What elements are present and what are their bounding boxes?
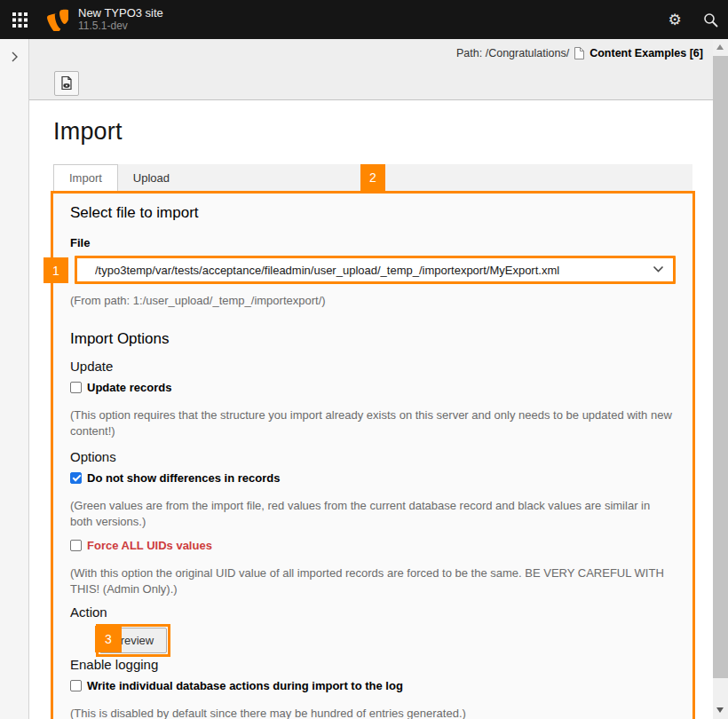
import-form-panel: Select file to import File 1 /typo3temp/… bbox=[51, 191, 695, 719]
action-heading: Action bbox=[70, 604, 676, 620]
module-menu-button[interactable] bbox=[0, 0, 39, 39]
breadcrumb: Path: /Congratulations/ Content Examples… bbox=[29, 39, 713, 67]
scrollbar-thumb[interactable] bbox=[713, 56, 728, 678]
diff-checkbox[interactable] bbox=[70, 472, 82, 484]
page-title: Import bbox=[53, 118, 692, 146]
options-heading: Options bbox=[70, 449, 676, 464]
logging-note: (This is disabled by default since there… bbox=[70, 706, 676, 719]
settings-button[interactable]: ⚙ bbox=[657, 0, 692, 39]
annotation-marker-2: 2 bbox=[360, 164, 385, 191]
module-content: Import Import Upload 2 Select file to im… bbox=[29, 100, 713, 719]
gear-icon: ⚙ bbox=[668, 12, 681, 28]
view-webpage-button[interactable] bbox=[54, 71, 79, 96]
tab-upload[interactable]: Upload bbox=[118, 164, 185, 191]
record-title: Content Examples [6] bbox=[590, 47, 703, 59]
topbar: New TYPO3 site 11.5.1-dev ⚙ bbox=[0, 0, 728, 39]
update-heading: Update bbox=[70, 359, 676, 374]
logging-checkbox[interactable] bbox=[70, 680, 82, 691]
grid-icon bbox=[12, 12, 28, 28]
tab-import-label: Import bbox=[69, 171, 102, 185]
site-version: 11.5.1-dev bbox=[78, 20, 163, 32]
topbar-toolbar: ⚙ bbox=[657, 0, 728, 39]
tab-import[interactable]: Import bbox=[53, 164, 118, 191]
site-title: New TYPO3 site bbox=[78, 7, 163, 20]
brand[interactable]: New TYPO3 site 11.5.1-dev bbox=[39, 0, 163, 39]
diff-note: (Green values are from the import file, … bbox=[70, 498, 676, 530]
force-uid-note: (With this option the original UID value… bbox=[70, 565, 676, 597]
typo3-logo-icon bbox=[45, 8, 68, 31]
logging-heading: Enable logging bbox=[70, 657, 676, 672]
scrollbar-down-arrow[interactable] bbox=[716, 707, 724, 713]
force-uid-row[interactable]: Force ALL UIDs values bbox=[70, 539, 676, 552]
file-section-heading: Select file to import bbox=[70, 204, 676, 222]
action-row: 3 Preview bbox=[70, 624, 676, 657]
scrollbar-up-arrow[interactable] bbox=[716, 44, 724, 50]
brand-text: New TYPO3 site 11.5.1-dev bbox=[78, 7, 163, 32]
annotation-marker-1: 1 bbox=[44, 257, 68, 283]
typo3-backend-window: New TYPO3 site 11.5.1-dev ⚙ bbox=[0, 0, 728, 719]
update-records-row[interactable]: Update records bbox=[70, 381, 676, 394]
page-icon bbox=[574, 46, 585, 60]
update-records-checkbox[interactable] bbox=[70, 382, 82, 393]
file-field-label: File bbox=[70, 236, 676, 249]
import-options-heading: Import Options bbox=[70, 330, 676, 348]
file-path-note: (From path: 1:/user_upload/_temp_/import… bbox=[70, 293, 676, 309]
body: Path: /Congratulations/ Content Examples… bbox=[0, 39, 728, 719]
annotation-marker-3: 3 bbox=[95, 626, 122, 652]
search-icon bbox=[703, 12, 718, 28]
update-note: (This option requires that the structure… bbox=[70, 407, 676, 439]
pagetree-sidebar bbox=[0, 39, 29, 719]
diff-label[interactable]: Do not show differences in records bbox=[87, 471, 280, 485]
diff-row[interactable]: Do not show differences in records bbox=[70, 471, 676, 485]
scrollbar-track[interactable] bbox=[713, 39, 728, 719]
update-records-label[interactable]: Update records bbox=[87, 381, 171, 394]
expand-sidebar-chevron-icon[interactable] bbox=[10, 51, 20, 63]
view-page-icon bbox=[59, 75, 74, 91]
logging-row[interactable]: Write individual database actions during… bbox=[70, 679, 676, 692]
file-select-wrap: 1 /typo3temp/var/tests/acceptance/filead… bbox=[75, 256, 676, 284]
search-button[interactable] bbox=[692, 0, 728, 39]
tab-bar: Import Upload 2 bbox=[53, 164, 692, 191]
tab-upload-label: Upload bbox=[133, 171, 170, 185]
logging-label[interactable]: Write individual database actions during… bbox=[87, 679, 403, 692]
breadcrumb-path: Path: /Congratulations/ bbox=[456, 47, 569, 59]
module-main: Path: /Congratulations/ Content Examples… bbox=[29, 39, 713, 719]
force-uid-checkbox[interactable] bbox=[70, 540, 82, 551]
force-uid-label[interactable]: Force ALL UIDs values bbox=[87, 539, 212, 552]
docheader: Path: /Congratulations/ Content Examples… bbox=[29, 39, 713, 100]
docheader-buttonbar bbox=[29, 67, 713, 99]
file-select[interactable]: /typo3temp/var/tests/acceptance/fileadmi… bbox=[75, 256, 676, 284]
